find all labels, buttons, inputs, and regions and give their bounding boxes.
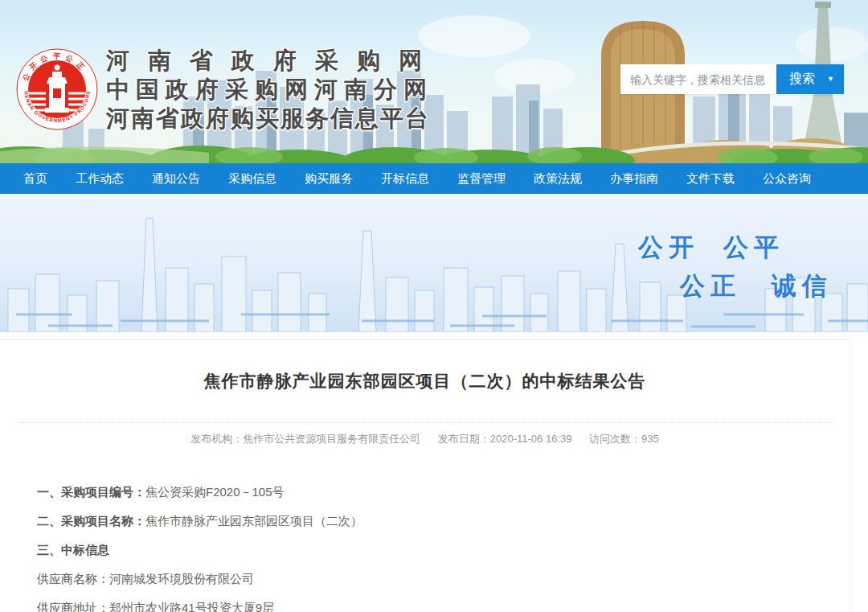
- main-nav: 首页 工作动态 通知公告 采购信息 购买服务 开标信息 监督管理 政策法规 办事…: [0, 163, 868, 194]
- site-title-line3: 河南省政府购买服务信息平台: [106, 104, 440, 133]
- nav-item-downloads[interactable]: 文件下载: [683, 171, 738, 187]
- nav-item-bid-opening[interactable]: 开标信息: [378, 171, 432, 187]
- banner-slogan-row2: 公正 诚信: [680, 269, 833, 303]
- nav-item-procurement-info[interactable]: 采购信息: [225, 171, 280, 187]
- nav-item-guides[interactable]: 办事指南: [607, 171, 661, 187]
- supplier-name-label: 供应商名称：: [37, 572, 109, 585]
- supplier-address-value: 郑州市农业路41号投资大厦9层: [109, 601, 274, 612]
- visits-label: 访问次数：: [589, 433, 641, 445]
- nav-item-home[interactable]: 首页: [20, 171, 51, 187]
- sub-banner: 公开 公平 公正 诚信: [0, 194, 868, 332]
- visits-count: 935: [641, 433, 659, 445]
- site-title-line1: 河南省政府采购网: [106, 46, 440, 75]
- search-input[interactable]: [620, 64, 776, 94]
- supplier-name-value: 河南城发环境股份有限公司: [109, 572, 254, 585]
- slogan-fair: 公平: [723, 231, 784, 265]
- nav-item-policies[interactable]: 政策法规: [530, 171, 585, 187]
- nav-item-supervision[interactable]: 监督管理: [454, 171, 509, 187]
- line-supplier-address: 供应商地址：郑州市农业路41号投资大厦9层: [37, 602, 850, 612]
- project-name-value: 焦作市静脉产业园东部园区项目（二次）: [145, 514, 362, 528]
- article-card: 焦作市静脉产业园东部园区项目（二次）的中标结果公告 发布机构：焦作市公共资源项目…: [0, 339, 850, 612]
- banner-slogan-row1: 公开 公平: [638, 231, 784, 265]
- award-info-label: 三、中标信息: [37, 543, 109, 557]
- line-project-name: 二、采购项目名称：焦作市静脉产业园东部园区项目（二次）: [37, 515, 850, 528]
- site-title-line2: 中国政府采购网河南分网: [106, 75, 440, 104]
- publisher-value: 焦作市公共资源项目服务有限责任公司: [243, 433, 420, 445]
- project-number-label: 一、采购项目编号：: [37, 485, 145, 499]
- article-title: 焦作市静脉产业园东部园区项目（二次）的中标结果公告: [0, 340, 850, 392]
- publish-date-label: 发布日期：: [438, 433, 490, 445]
- line-supplier-name: 供应商名称：河南城发环境股份有限公司: [37, 573, 850, 585]
- project-name-label: 二、采购项目名称：: [37, 514, 145, 528]
- line-project-number: 一、采购项目编号：焦公资采购F2020－105号: [37, 486, 850, 499]
- site-logo: 公开公平公正 HENAN GOVERNMENT PROCUREMENT: [16, 48, 98, 130]
- search-box: 搜索 ▼: [620, 64, 844, 94]
- site-titles: 河南省政府采购网 中国政府采购网河南分网 河南省政府购买服务信息平台: [106, 46, 440, 133]
- search-button[interactable]: 搜索 ▼: [776, 64, 844, 94]
- project-number-value: 焦公资采购F2020－105号: [145, 485, 285, 499]
- nav-item-work-news[interactable]: 工作动态: [72, 171, 127, 187]
- article-meta: 发布机构：焦作市公共资源项目服务有限责任公司 发布日期：2020-11-06 1…: [17, 422, 833, 446]
- nav-item-public-consultation[interactable]: 公众咨询: [760, 171, 814, 187]
- search-dropdown-caret[interactable]: ▼: [827, 76, 834, 83]
- search-button-label: 搜索: [789, 71, 815, 88]
- supplier-address-label: 供应商地址：: [37, 601, 109, 612]
- publish-date-value: 2020-11-06 16:39: [490, 433, 572, 445]
- nav-item-purchase-services[interactable]: 购买服务: [301, 171, 356, 187]
- slogan-integrity: 诚信: [772, 269, 833, 303]
- site-header: 公开公平公正 HENAN GOVERNMENT PROCUREMENT: [0, 0, 868, 163]
- slogan-open: 公开: [638, 231, 699, 265]
- nav-item-notices[interactable]: 通知公告: [149, 171, 203, 187]
- article-body: 一、采购项目编号：焦公资采购F2020－105号 二、采购项目名称：焦作市静脉产…: [37, 486, 850, 612]
- publisher-label: 发布机构：: [190, 433, 243, 445]
- content-top-gap: [0, 332, 868, 339]
- slogan-just: 公正: [680, 269, 741, 303]
- line-award-info-heading: 三、中标信息: [37, 544, 850, 557]
